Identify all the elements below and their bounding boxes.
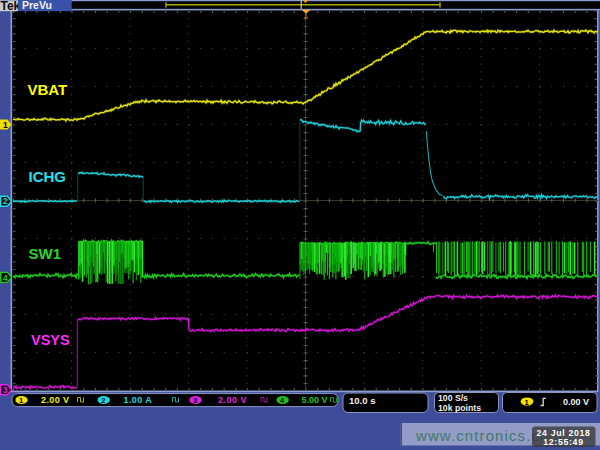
svg-text:1: 1 xyxy=(3,120,8,130)
svg-text:1: 1 xyxy=(19,396,23,405)
svg-text:3: 3 xyxy=(193,396,197,405)
svg-text:PreVu: PreVu xyxy=(22,0,52,11)
svg-text:1.00 A: 1.00 A xyxy=(124,395,153,405)
svg-text:VSYS: VSYS xyxy=(31,332,70,348)
svg-text:100 S/s: 100 S/s xyxy=(438,393,468,403)
svg-text:1: 1 xyxy=(525,398,529,407)
svg-text:3: 3 xyxy=(3,385,8,395)
svg-text:12:55:49: 12:55:49 xyxy=(543,437,583,447)
svg-text:2: 2 xyxy=(3,196,8,206)
svg-text:5.00 V: 5.00 V xyxy=(302,395,328,405)
svg-text:2: 2 xyxy=(101,396,105,405)
svg-text:10k points: 10k points xyxy=(438,403,481,413)
svg-text:VBAT: VBAT xyxy=(28,81,68,98)
svg-text:ICHG: ICHG xyxy=(29,168,67,185)
svg-text:Tek: Tek xyxy=(1,0,21,13)
svg-text:24 Jul 2018: 24 Jul 2018 xyxy=(536,428,590,438)
svg-text:0.00 V: 0.00 V xyxy=(563,397,589,407)
svg-text:10.0 s: 10.0 s xyxy=(349,395,375,406)
svg-text:SW1: SW1 xyxy=(29,245,62,262)
svg-text:2.00 V: 2.00 V xyxy=(41,395,69,405)
svg-text:4: 4 xyxy=(3,273,8,283)
svg-text:2.00 V: 2.00 V xyxy=(218,395,247,405)
